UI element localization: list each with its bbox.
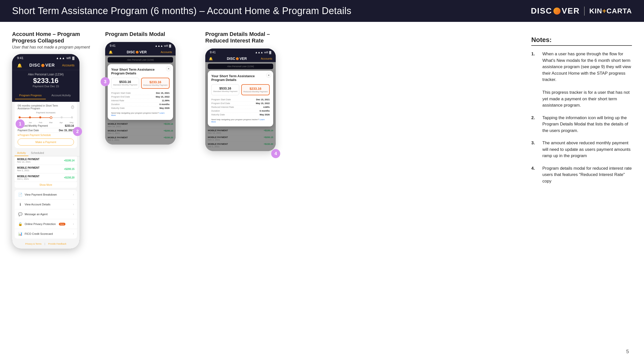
dot-mar [50, 116, 52, 119]
battery-icon: ▓ [72, 56, 74, 60]
tab-program-progress[interactable]: Program Progress [15, 92, 46, 99]
learn-more-link-1[interactable]: Learn More [111, 112, 165, 116]
signal-icon: ▲▲▲ [56, 56, 65, 60]
activity-item-2: MOBILE PAYMENT Nov 2, 2021 +$200.15 [15, 165, 77, 173]
month-jan: Jan [29, 121, 32, 124]
activity-tab-activity[interactable]: Activity [15, 150, 28, 156]
chevron-right-icon-2: › [73, 203, 74, 206]
modal-phone-2-nav: 🔔 DISCVER Accounts [205, 55, 276, 62]
page-title: Short Term Assistance Program (6 months)… [12, 6, 351, 16]
maturity-date-row-2: Maturity Date May 2026 [211, 113, 270, 116]
phone-status-bar: 9:41 ▲▲▲ wifi ▓ [12, 54, 79, 61]
left-section: Account Home – Program Progress Collapse… [12, 31, 90, 250]
payment-due-date-row: Payment Due Date Dec 15, 2021 [18, 128, 74, 133]
dot-dec [19, 116, 21, 118]
menu-view-payment-breakdown[interactable]: 📄 View Payment Breakdown › [15, 190, 77, 200]
modal-section-1: Program Details Modal 3 9:41 ▲▲▲ wifi ▓ [105, 31, 193, 146]
notes-list: When a user has gone through the flow fo… [531, 51, 632, 184]
privacy-terms-link[interactable]: Privacy & Terms [25, 243, 42, 245]
note-item-4: Program details modal for reduced intere… [531, 165, 632, 185]
phone-bell-m2: 🔔 [209, 57, 213, 61]
phone-tabs: Program Progress Account Activity [12, 92, 79, 99]
make-payment-button[interactable]: Make a Payment [18, 139, 74, 146]
note-item-3: The amount above reduced monthly payment… [531, 140, 632, 159]
progress-label: 0/6 months completed in Short Term Assis… [18, 104, 74, 110]
activity-tab-scheduled[interactable]: Scheduled [28, 150, 47, 156]
battery-icon-m2: ▓ [269, 51, 271, 54]
duration-row-1: Duration 6 months [111, 103, 170, 106]
modal-section-1-title: Program Details Modal [105, 31, 193, 37]
modal-2-details: Program Start Date Dec 15, 2021 Program … [211, 98, 270, 116]
left-phone-mockup: 9:41 ▲▲▲ wifi ▓ 🔔 DISCVER Accounts [12, 54, 79, 249]
phone-account-header: Alex Personal Loan (1234) $233.16 Paymen… [12, 70, 79, 92]
discover-logo: DISCVER [531, 6, 580, 16]
payment-due: Payment Due Dec 15 [16, 85, 75, 88]
show-more-button[interactable]: Show More [15, 182, 77, 188]
phone-accounts-link[interactable]: Accounts [62, 64, 74, 67]
start-date-row-2: Program Start Date Dec 15, 2021 [211, 98, 270, 102]
modal-close-button-1[interactable]: ✕ [166, 66, 171, 71]
badge-3: 3 [101, 77, 110, 86]
badge-4: 4 [271, 149, 280, 158]
info-icon[interactable]: i [71, 106, 74, 109]
modal-close-button-2[interactable]: ✕ [266, 73, 271, 78]
reduced-payment-option-2[interactable]: $233.16 Reduced Monthly Payment [241, 84, 270, 95]
standard-payment-option-2[interactable]: $533.16 Standard Monthly Payment [211, 84, 239, 95]
account-name: Alex Personal Loan (1234) [16, 73, 75, 76]
program-payment-schedule-link[interactable]: ▾ Program Payment Schedule [18, 134, 74, 137]
month-mar: Mar [49, 121, 53, 124]
kincarta-logo: KIN+CARTA [589, 7, 632, 15]
wifi-icon-m2: wifi [264, 51, 268, 54]
interest-rate-row-1: Interest Rate 11.99% [111, 99, 170, 103]
modal-phone-1: 9:41 ▲▲▲ wifi ▓ 🔔 DISCVER Account [105, 42, 176, 145]
chevron-right-icon-4: › [73, 222, 74, 226]
discover-o-icon [553, 8, 560, 15]
tab-account-activity[interactable]: Account Activity [46, 92, 76, 99]
month-apr: Apr [60, 121, 63, 124]
provide-feedback-link[interactable]: Provide Feedback [48, 243, 66, 245]
timeline-dots [18, 116, 74, 119]
modal-phone-2-body: Alex Personal Loan (1234) ✕ Your Short T… [205, 62, 276, 151]
phone-menu: 📄 View Payment Breakdown › ℹ View Accoun… [15, 190, 77, 239]
account-details-icon: ℹ [18, 202, 23, 207]
modal-1-payment-options: $533.16 Standard Monthly Payment $233.16… [111, 78, 170, 89]
phone-bell-m1: 🔔 [109, 50, 113, 54]
reduced-payment-option-1[interactable]: $233.16 Reduced Monthly Payment [141, 78, 170, 89]
message-agent-icon: 💬 [18, 212, 23, 217]
dot-apr [61, 116, 63, 118]
phone-time: 9:41 [17, 56, 23, 60]
account-amount: $233.16 [16, 77, 75, 85]
modal-2-help-text: Need help navigating your program progre… [211, 118, 270, 123]
battery-icon-m1: ▓ [169, 44, 171, 47]
menu-message-agent[interactable]: 💬 Message an Agent › [15, 209, 77, 219]
activity-item-3: MOBILE PAYMENT Oct 1, 2021 +$150.20 [15, 173, 77, 182]
accounts-link-m1[interactable]: Accounts [161, 51, 172, 54]
dot-may [71, 116, 73, 118]
modal-phone-nav: 🔔 DISCVER Accounts [105, 49, 176, 56]
end-date-row-2: Program End Date May 15, 2022 [211, 102, 270, 105]
modal-2-title: Your Short Term Assistance Program Detai… [211, 74, 270, 82]
maturity-date-row-1: Maturity Date May 2026 [111, 106, 170, 110]
bell-icon: 🔔 [17, 63, 22, 68]
modal-phone-2: 9:41 ▲▲▲ wifi ▓ 🔔 DISCVER Accounts [205, 49, 276, 151]
modal-phone-2-status: 9:41 ▲▲▲ wifi ▓ [205, 49, 276, 55]
timeline-track [18, 115, 74, 120]
duration-row-2: Duration 6 months [211, 109, 270, 113]
signal-icon-m1: ▲▲▲ [155, 44, 163, 47]
menu-privacy-protection[interactable]: 🔒 Online Privacy Protection New › [15, 219, 77, 229]
brand-divider [584, 7, 585, 16]
reduced-payment-row: Reduced Monthly Payment $233.16 [18, 124, 74, 128]
chevron-right-icon: › [73, 193, 74, 196]
modal-1-help-text: Need help navigating your program progre… [111, 112, 170, 116]
chevron-right-icon-5: › [73, 232, 74, 236]
standard-payment-option-1[interactable]: $533.16 Standard Monthly Payment [111, 78, 139, 89]
brand-logos: DISCVER KIN+CARTA [531, 6, 632, 16]
learn-more-link-2[interactable]: Learn More [211, 118, 265, 123]
menu-fico-scorecard[interactable]: 📊 FICO Credit Scorecard › [15, 229, 77, 239]
end-date-row-1: Program End Date May 15, 2022 [111, 95, 170, 99]
phone-discover-o [41, 64, 45, 67]
left-section-title: Account Home – Program Progress Collapse… [12, 31, 90, 44]
phone-footer: Privacy & Terms | Provide Feedback [12, 241, 79, 249]
menu-view-account-details[interactable]: ℹ View Account Details › [15, 200, 77, 209]
accounts-link-m2[interactable]: Accounts [261, 57, 272, 60]
